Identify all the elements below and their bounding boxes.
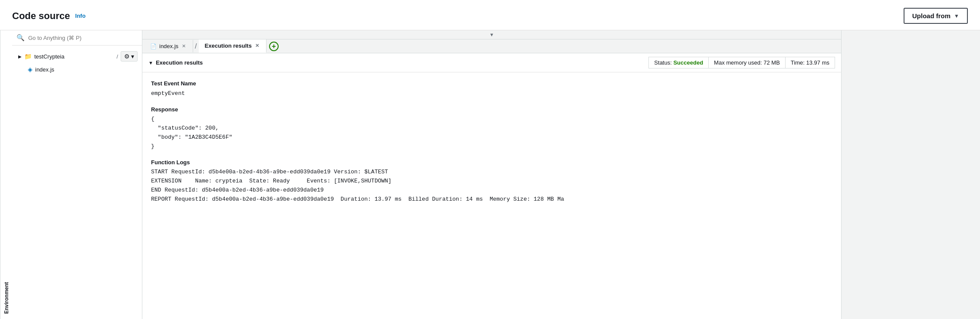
tab-index-js-close[interactable]: ✕ [181,43,187,49]
folder-path: / [116,53,118,60]
tab-separator: / [193,42,198,50]
file-name: index.js [35,66,54,73]
tab-doc-icon: 📄 [150,43,157,49]
gear-icon: ⚙ [124,53,130,60]
collapse-arrow-icon: ▼ [490,32,494,37]
tab-index-js[interactable]: 📄 index.js ✕ [144,40,193,52]
response-code: { "statusCode": 200, "body": "1A2B3C4D5E… [151,115,832,151]
execution-meta: Status: Succeeded Max memory used: 72 MB… [648,57,835,68]
folder-icon: 📁 [24,53,32,60]
status-box: Status: Succeeded [648,57,708,68]
execution-content: Test Event Name emptyEvent Response { "s… [142,72,841,319]
environment-tab[interactable]: Environment [0,30,12,319]
file-row-index-js[interactable]: ◈ index.js [12,64,142,75]
test-event-value: emptyEvent [151,89,832,98]
tabs-bar: 📄 index.js ✕ / Execution results ✕ + [142,39,841,53]
execution-collapse-icon: ▼ [148,60,153,65]
status-value: Succeeded [673,59,703,66]
upload-from-label: Upload from [912,12,950,20]
folder-collapse-arrow: ▶ [18,54,22,59]
file-tree: ▶ 📁 testCrypteia / ⚙ ▾ ◈ index.js [12,46,142,319]
gear-button[interactable]: ⚙ ▾ [121,51,138,62]
folder-row[interactable]: ▶ 📁 testCrypteia / ⚙ ▾ [12,49,142,64]
folder-name: testCrypteia [34,53,114,60]
execution-title-row: ▼ Execution results [148,59,203,66]
memory-label: Max memory used: [714,59,762,66]
execution-results-panel: ▼ Execution results Status: Succeeded Ma… [142,53,841,319]
response-label: Response [151,105,832,114]
memory-box: Max memory used: 72 MB [708,57,785,68]
page-title: Code source [12,10,70,22]
log-lines: START RequestId: d5b4e00a-b2ed-4b36-a9be… [151,168,832,204]
time-value: 13.97 ms [806,59,829,66]
tab-add-icon: + [272,43,276,50]
execution-title: Execution results [156,59,203,66]
header-left: Code source Info [12,10,86,22]
main-container: Environment 🔍 ▶ 📁 testCrypteia / ⚙ ▾ ◈ i… [0,30,980,319]
test-event-label: Test Event Name [151,79,832,88]
search-bar: 🔍 [12,30,142,46]
function-logs-label: Function Logs [151,158,832,167]
sidebar: 🔍 ▶ 📁 testCrypteia / ⚙ ▾ ◈ index.js [12,30,142,319]
time-label: Time: [791,59,805,66]
tab-execution-results[interactable]: Execution results ✕ [199,39,266,53]
memory-value: 72 MB [763,59,780,66]
tab-add-button[interactable]: + [269,42,279,51]
right-panel [841,30,980,319]
collapse-handle[interactable]: ▼ [142,30,841,39]
tab-execution-results-label: Execution results [205,42,252,49]
execution-header: ▼ Execution results Status: Succeeded Ma… [142,53,841,72]
tab-execution-results-close[interactable]: ✕ [254,43,260,49]
page-header: Code source Info Upload from ▼ [0,0,980,30]
upload-dropdown-arrow: ▼ [954,13,959,19]
search-icon: 🔍 [16,34,25,42]
info-link[interactable]: Info [75,13,86,19]
file-icon: ◈ [28,66,33,73]
editor-area: ▼ 📄 index.js ✕ / Execution results ✕ + [142,30,841,319]
upload-from-button[interactable]: Upload from ▼ [904,8,968,24]
time-box: Time: 13.97 ms [785,57,835,68]
tab-index-js-label: index.js [159,43,178,49]
search-input[interactable] [28,35,138,41]
status-label: Status: [654,59,671,66]
environment-tab-label: Environment [3,282,10,314]
gear-dropdown-icon: ▾ [131,53,134,60]
